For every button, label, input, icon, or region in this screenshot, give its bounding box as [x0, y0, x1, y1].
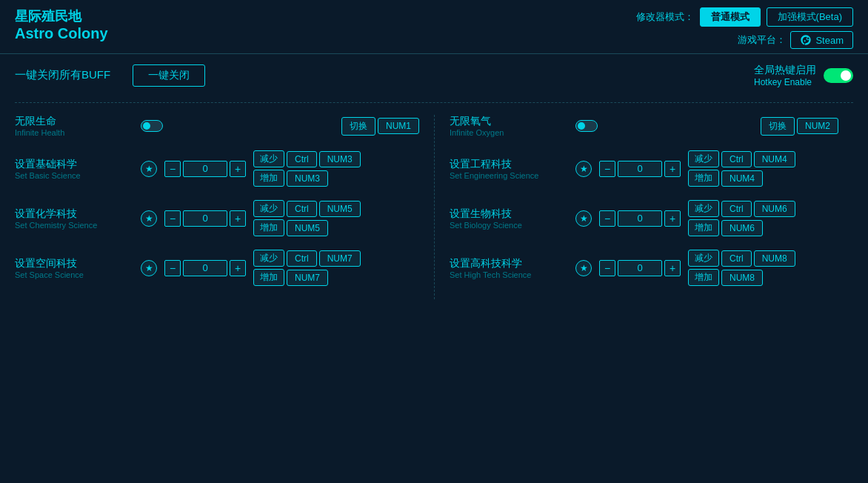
- header: 星际殖民地 Astro Colony 修改器模式： 普通模式 加强模式(Beta…: [0, 0, 868, 54]
- platform-row: 游戏平台： Steam: [738, 31, 853, 49]
- feature-infinite-oxygen: 无限氧气 Infinite Oxygen 切换 NUM2: [450, 115, 838, 137]
- space-increase-btn[interactable]: 增加: [253, 269, 284, 286]
- engineering-decrease-row: 减少 Ctrl NUM4: [688, 150, 795, 167]
- biology-science-minus[interactable]: −: [599, 210, 615, 227]
- chemistry-decrease-btn[interactable]: 减少: [253, 200, 284, 217]
- basic-science-star[interactable]: ★: [141, 161, 157, 177]
- infinite-oxygen-switch-btn[interactable]: 切换: [761, 117, 795, 136]
- mode-normal-button[interactable]: 普通模式: [700, 7, 761, 27]
- high-tech-science-plus[interactable]: +: [664, 260, 681, 276]
- high-tech-science-star[interactable]: ★: [575, 260, 592, 276]
- features-grid: 无限生命 Infinite Health 切换 NUM1 设置基础科学 Set …: [15, 115, 853, 299]
- basic-science-increase-btn[interactable]: 增加: [253, 170, 284, 187]
- space-science-plus[interactable]: +: [230, 260, 246, 276]
- feature-biology-science: 设置生物科技 Set Biology Science ★ − + 减少 Ctrl…: [450, 200, 838, 236]
- chemistry-increase-btn[interactable]: 增加: [253, 219, 284, 236]
- basic-science-plus[interactable]: +: [230, 161, 246, 177]
- high-tech-increase-btn[interactable]: 增加: [688, 269, 719, 286]
- biology-ctrl-btn[interactable]: Ctrl: [721, 201, 752, 217]
- engineering-decrease-btn[interactable]: 减少: [688, 150, 719, 167]
- space-science-minus[interactable]: −: [164, 260, 181, 276]
- space-num-ctrl-btn[interactable]: NUM7: [319, 250, 361, 267]
- infinite-oxygen-keys: 切换 NUM2: [761, 117, 838, 136]
- biology-increase-btn[interactable]: 增加: [688, 219, 719, 236]
- basic-science-input[interactable]: [183, 161, 227, 177]
- left-column: 无限生命 Infinite Health 切换 NUM1 设置基础科学 Set …: [15, 115, 434, 299]
- engineering-num-btn[interactable]: NUM4: [721, 170, 763, 187]
- feature-high-tech-science: 设置高科技科学 Set High Tech Science ★ − + 减少 C…: [450, 250, 838, 286]
- feature-space-science: 设置空间科技 Set Space Science ★ − + 减少 Ctrl N…: [15, 250, 419, 286]
- hotkey-labels: 全局热键启用 Hotkey Enable: [754, 63, 816, 87]
- high-tech-science-input[interactable]: [618, 260, 662, 276]
- chemistry-science-plus[interactable]: +: [230, 210, 246, 227]
- infinite-health-num-btn[interactable]: NUM1: [378, 118, 419, 134]
- chemistry-science-minus[interactable]: −: [164, 210, 181, 227]
- chemistry-science-increase-row: 增加 NUM5: [253, 219, 361, 236]
- biology-science-shortcuts: 减少 Ctrl NUM6 增加 NUM6: [688, 200, 795, 236]
- engineering-science-star[interactable]: ★: [575, 161, 592, 177]
- engineering-science-plus[interactable]: +: [664, 161, 681, 177]
- chemistry-ctrl-btn[interactable]: Ctrl: [287, 201, 317, 217]
- engineering-science-shortcuts: 减少 Ctrl NUM4 增加 NUM4: [688, 150, 795, 187]
- chemistry-num-ctrl-btn[interactable]: NUM5: [319, 201, 361, 217]
- one-key-button[interactable]: 一键关闭: [133, 64, 205, 87]
- biology-science-zh: 设置生物科技: [450, 207, 568, 221]
- space-num-btn[interactable]: NUM7: [287, 270, 328, 286]
- basic-science-num-btn2[interactable]: NUM3: [287, 170, 328, 187]
- chemistry-science-zh: 设置化学科技: [15, 207, 133, 221]
- space-science-star[interactable]: ★: [141, 260, 157, 276]
- chemistry-science-decrease-row: 减少 Ctrl NUM5: [253, 200, 361, 217]
- engineering-science-num-control: − +: [599, 161, 681, 177]
- infinite-oxygen-en: Infinite Oxygen: [450, 128, 568, 137]
- feature-basic-science: 设置基础科学 Set Basic Science ★ − + 减少 Ctrl N…: [15, 150, 419, 187]
- basic-science-num-ctrl-btn[interactable]: NUM3: [319, 151, 361, 167]
- engineering-science-input[interactable]: [618, 161, 662, 177]
- top-right: 全局热键启用 Hotkey Enable: [754, 63, 853, 87]
- infinite-oxygen-num-btn[interactable]: NUM2: [797, 118, 838, 134]
- basic-science-label: 设置基础科学 Set Basic Science: [15, 158, 133, 180]
- basic-science-decrease-btn[interactable]: 减少: [253, 150, 284, 167]
- chemistry-science-star[interactable]: ★: [141, 210, 157, 227]
- biology-decrease-row: 减少 Ctrl NUM6: [688, 200, 795, 217]
- hotkey-label-zh: 全局热键启用: [754, 64, 816, 76]
- biology-decrease-btn[interactable]: 减少: [688, 200, 719, 217]
- engineering-increase-btn[interactable]: 增加: [688, 170, 719, 187]
- engineering-increase-row: 增加 NUM4: [688, 170, 795, 187]
- infinite-oxygen-label: 无限氧气 Infinite Oxygen: [450, 115, 568, 137]
- engineering-science-minus[interactable]: −: [599, 161, 615, 177]
- biology-science-input[interactable]: [618, 210, 662, 227]
- hotkey-toggle[interactable]: [824, 68, 853, 83]
- infinite-health-toggle[interactable]: [141, 120, 163, 132]
- high-tech-num-btn[interactable]: NUM8: [721, 270, 763, 286]
- high-tech-science-minus[interactable]: −: [599, 260, 615, 276]
- biology-science-plus[interactable]: +: [664, 210, 681, 227]
- space-decrease-btn[interactable]: 减少: [253, 250, 284, 267]
- chemistry-num-btn[interactable]: NUM5: [287, 220, 328, 236]
- infinite-oxygen-toggle[interactable]: [575, 120, 598, 132]
- feature-infinite-health: 无限生命 Infinite Health 切换 NUM1: [15, 115, 419, 137]
- chemistry-science-input[interactable]: [183, 210, 227, 227]
- space-ctrl-btn[interactable]: Ctrl: [287, 250, 317, 267]
- space-science-input[interactable]: [183, 260, 227, 276]
- chemistry-science-label: 设置化学科技 Set Chemistry Science: [15, 207, 133, 230]
- high-tech-num-ctrl-btn[interactable]: NUM8: [754, 250, 795, 267]
- high-tech-decrease-btn[interactable]: 减少: [688, 250, 719, 267]
- biology-num-btn[interactable]: NUM6: [721, 220, 763, 236]
- biology-num-ctrl-btn[interactable]: NUM6: [754, 201, 795, 217]
- chemistry-science-en: Set Chemistry Science: [15, 221, 133, 230]
- high-tech-decrease-row: 减少 Ctrl NUM8: [688, 250, 795, 267]
- high-tech-increase-row: 增加 NUM8: [688, 269, 795, 286]
- high-tech-science-zh: 设置高科技科学: [450, 257, 568, 270]
- high-tech-ctrl-btn[interactable]: Ctrl: [721, 250, 752, 267]
- biology-science-star[interactable]: ★: [575, 210, 592, 227]
- infinite-health-switch-btn[interactable]: 切换: [341, 117, 375, 136]
- basic-science-ctrl-btn[interactable]: Ctrl: [287, 151, 317, 167]
- engineering-num-ctrl-btn[interactable]: NUM4: [754, 151, 795, 167]
- biology-increase-row: 增加 NUM6: [688, 219, 795, 236]
- mode-enhanced-button[interactable]: 加强模式(Beta): [767, 7, 853, 27]
- feature-chemistry-science: 设置化学科技 Set Chemistry Science ★ − + 减少 Ct…: [15, 200, 419, 236]
- basic-science-minus[interactable]: −: [164, 161, 181, 177]
- engineering-ctrl-btn[interactable]: Ctrl: [721, 151, 752, 167]
- steam-button[interactable]: Steam: [790, 31, 853, 49]
- space-science-zh: 设置空间科技: [15, 257, 133, 270]
